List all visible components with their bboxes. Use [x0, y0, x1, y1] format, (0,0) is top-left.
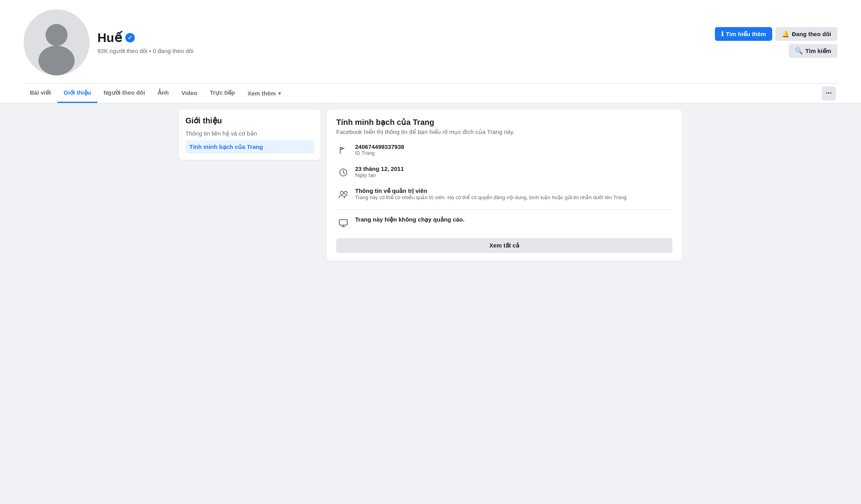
search-icon: 🔍 [795, 47, 803, 55]
profile-name: Huế [97, 30, 122, 45]
tab-xem-them[interactable]: Xem thêm ▼ [241, 84, 288, 102]
following-button[interactable]: 🔔 Đang theo dõi [775, 27, 837, 41]
svg-point-2 [38, 46, 75, 75]
sidebar-title: Giới thiệu [185, 116, 314, 125]
transparency-title: Tính minh bạch của Trang [336, 117, 672, 127]
more-options-button[interactable]: ··· [822, 86, 836, 101]
created-date-item: 23 tháng 12, 2011 Ngày tạo [336, 165, 672, 180]
learn-more-label: Tìm hiểu thêm [726, 31, 766, 38]
created-date-label: Ngày tạo [355, 172, 404, 178]
svg-point-5 [344, 191, 347, 194]
profile-nav: Bài viết Giới thiệu Người theo dõi Ảnh V… [24, 83, 837, 103]
divider [336, 209, 672, 210]
ads-item: Trang này hiện không chạy quảng cáo. [336, 216, 672, 230]
page-id-value: 240674499337938 [355, 143, 404, 150]
svg-rect-6 [339, 220, 347, 225]
svg-point-1 [46, 24, 68, 46]
sidebar-link-contact[interactable]: Thông tin liên hệ và cơ bản [185, 130, 314, 137]
tab-gioi-thieu[interactable]: Giới thiệu [57, 84, 97, 103]
xem-them-label: Xem thêm [247, 90, 276, 97]
profile-info: Huế ✓ 93K người theo dõi • 0 đang theo d… [97, 30, 715, 55]
admin-icon [336, 187, 350, 202]
svg-point-4 [340, 191, 343, 194]
verified-badge: ✓ [125, 33, 135, 42]
avatar [24, 9, 90, 75]
tab-bai-viet[interactable]: Bài viết [24, 84, 57, 103]
search-button[interactable]: 🔍 Tìm kiếm [789, 44, 837, 58]
created-date-value: 23 tháng 12, 2011 [355, 165, 404, 172]
profile-name-row: Huế ✓ [97, 30, 715, 45]
tab-anh[interactable]: Ảnh [151, 84, 175, 103]
action-row-top: ℹ Tìm hiểu thêm 🔔 Đang theo dõi [715, 27, 837, 41]
info-icon: ℹ [721, 30, 724, 38]
created-date-info: 23 tháng 12, 2011 Ngày tạo [355, 165, 404, 178]
flag-icon [336, 143, 350, 158]
learn-more-button[interactable]: ℹ Tìm hiểu thêm [715, 27, 772, 41]
following-label: Đang theo dõi [792, 31, 831, 37]
page-id-info: 240674499337938 ID Trang [355, 143, 404, 156]
admin-info-item: Thông tin về quản trị viên Trang này có … [336, 187, 672, 202]
admin-info-text: Thông tin về quản trị viên Trang này có … [355, 187, 628, 200]
profile-actions: ℹ Tìm hiểu thêm 🔔 Đang theo dõi 🔍 Tìm ki… [715, 27, 837, 58]
tab-truc-tiep[interactable]: Trực tiếp [203, 84, 241, 103]
ads-label: Trang này hiện không chạy quảng cáo. [355, 216, 465, 223]
right-content: Tính minh bạch của Trang Facebook hiển t… [327, 110, 682, 261]
profile-header: Huế ✓ 93K người theo dõi • 0 đang theo d… [0, 0, 861, 103]
dots-icon: ··· [826, 89, 832, 97]
profile-top: Huế ✓ 93K người theo dõi • 0 đang theo d… [24, 9, 837, 82]
tab-video[interactable]: Video [175, 84, 204, 103]
page-id-label: ID Trang [355, 150, 404, 156]
admin-desc: Trang này có thể có nhiều quản trị viên.… [355, 194, 628, 200]
main-content: Giới thiệu Thông tin liên hệ và cơ bản T… [156, 103, 705, 267]
chevron-down-icon: ▼ [277, 91, 282, 96]
sidebar-card: Giới thiệu Thông tin liên hệ và cơ bản T… [179, 110, 321, 160]
see-all-button[interactable]: Xem tất cả [336, 238, 672, 253]
sidebar-active-transparency[interactable]: Tính minh bạch của Trang [185, 140, 314, 154]
sidebar: Giới thiệu Thông tin liên hệ và cơ bản T… [179, 110, 321, 261]
action-row-bottom: 🔍 Tìm kiếm [789, 44, 837, 58]
profile-followers: 93K người theo dõi • 0 đang theo dõi [97, 48, 715, 55]
tab-nguoi-theo-doi[interactable]: Người theo dõi [97, 84, 152, 103]
page-id-item: 240674499337938 ID Trang [336, 143, 672, 158]
bell-icon: 🔔 [782, 30, 790, 38]
clock-icon [336, 165, 350, 180]
transparency-subtitle: Facebook hiển thị thông tin để bạn hiểu … [336, 128, 672, 136]
monitor-icon [336, 216, 350, 230]
admin-title: Thông tin về quản trị viên [355, 187, 628, 194]
search-label: Tìm kiếm [805, 48, 831, 55]
